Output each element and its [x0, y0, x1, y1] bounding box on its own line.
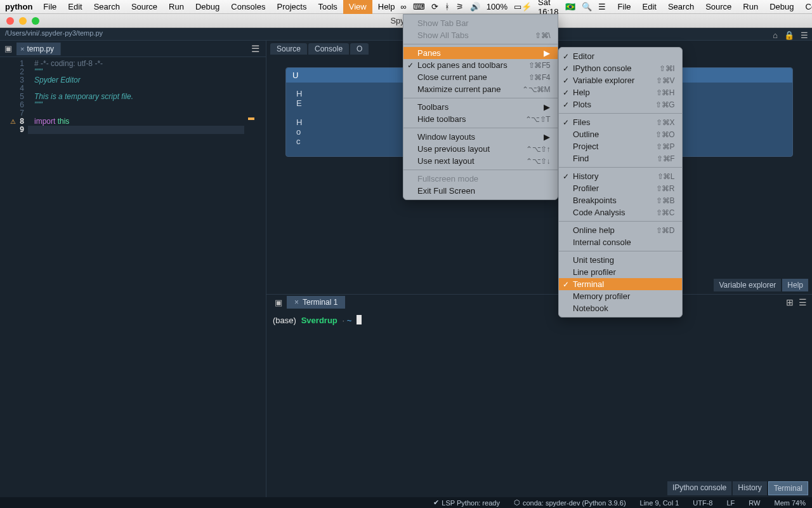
app-name[interactable]: python [0, 2, 37, 11]
menu-item-hide-toolbars[interactable]: Hide toolbars⌃⌥⇧T [403, 113, 558, 125]
tab-ipython[interactable]: IPython console [667, 481, 731, 495]
marker-icon [248, 117, 254, 120]
control-center-icon[interactable]: ☰ [598, 2, 606, 11]
menu-item-plots[interactable]: ✓Plots⇧⌘G [559, 98, 682, 110]
editor-options-icon[interactable]: ☰ [245, 43, 266, 55]
menu-item-project[interactable]: Project⇧⌘P [559, 140, 682, 152]
menu-source[interactable]: Source [126, 0, 163, 14]
tab-console[interactable]: Console [308, 43, 349, 55]
menu-item-line-profiler[interactable]: Line profiler [559, 266, 682, 278]
menu-item-close-current-pane[interactable]: Close current pane⇧⌘F4 [403, 71, 558, 83]
wifi-icon[interactable]: ⚞ [456, 2, 464, 11]
menu-item-internal-console[interactable]: Internal console [559, 236, 682, 248]
menu-item-show-all-tabs: Show All Tabs⇧⌘\ [403, 29, 558, 41]
menu-item-terminal[interactable]: ✓Terminal [559, 278, 682, 290]
tab-terminal[interactable]: Terminal [768, 481, 808, 495]
editor-tab[interactable]: × temp.py [16, 43, 61, 55]
menu-item-unit-testing[interactable]: Unit testing [559, 254, 682, 266]
status-rw: RW [749, 499, 760, 507]
menu-file[interactable]: File [37, 0, 62, 14]
keyboard-icon[interactable]: ⌨ [413, 2, 425, 11]
code-area[interactable]: # -*- coding: utf-8 -*- """ Spyder Edito… [28, 57, 266, 497]
zoom-window-icon[interactable] [32, 17, 39, 25]
menu-edit[interactable]: Edit [637, 0, 662, 14]
menu-item-help[interactable]: ✓Help⇧⌘H [559, 86, 682, 98]
menu-file[interactable]: File [612, 0, 637, 14]
terminal-options-icon[interactable]: ☰ [799, 297, 807, 307]
warning-icon[interactable]: ⚠ [10, 117, 16, 126]
menu-item-panes[interactable]: Panes▶ [403, 47, 558, 59]
close-tab-icon[interactable]: × [20, 45, 24, 53]
menu-item-ipython-console[interactable]: ✓IPython console⇧⌘I [559, 62, 682, 74]
close-window-icon[interactable] [6, 17, 14, 25]
status-position: Line 9, Col 1 [640, 499, 679, 507]
tab-help[interactable]: Help [782, 279, 808, 291]
menu-help[interactable]: Help [372, 0, 401, 14]
menu-item-breakpoints[interactable]: Breakpoints⇧⌘B [559, 194, 682, 206]
menu-consoles[interactable]: Consoles [225, 0, 271, 14]
menu-item-variable-explorer[interactable]: ✓Variable explorer⇧⌘V [559, 74, 682, 86]
menu-item-profiler[interactable]: Profiler⇧⌘R [559, 182, 682, 194]
editor-tab-row: ▣ × temp.py ☰ [0, 41, 266, 57]
file-browser-icon[interactable]: ▣ [0, 44, 16, 53]
close-terminal-icon[interactable]: × [294, 298, 299, 307]
menu-item-window-layouts[interactable]: Window layouts▶ [403, 131, 558, 143]
traffic-lights[interactable] [0, 17, 39, 25]
tab-variable-explorer[interactable]: Variable explorer [714, 279, 781, 291]
tab-history[interactable]: History [733, 481, 766, 495]
flag-icon[interactable]: 🇧🇷 [565, 2, 575, 11]
infinity-icon[interactable]: ∞ [401, 2, 407, 11]
volume-icon[interactable]: 🔊 [470, 2, 480, 11]
tab-object[interactable]: O [350, 43, 369, 55]
menu-edit[interactable]: Edit [62, 0, 88, 14]
home-icon[interactable]: ⌂ [773, 30, 778, 40]
menu-item-lock-panes-and-toolbars[interactable]: ✓Lock panes and toolbars⇧⌘F5 [403, 59, 558, 71]
panes-submenu-dropdown: ✓Editor✓IPython console⇧⌘I✓Variable expl… [558, 47, 683, 318]
terminal-browse-icon[interactable]: ▣ [270, 298, 287, 307]
status-eol: LF [726, 499, 735, 507]
terminal-tab[interactable]: × Terminal 1 [287, 296, 345, 309]
menu-item-toolbars[interactable]: Toolbars▶ [403, 101, 558, 113]
menu-item-exit-full-screen[interactable]: Exit Full Screen [403, 185, 558, 197]
menu-tools[interactable]: Tools [312, 0, 343, 14]
clock-icon[interactable]: ⟳ [431, 2, 438, 11]
menu-item-maximize-current-pane[interactable]: Maximize current pane⌃⌥⌘M [403, 83, 558, 95]
status-lsp[interactable]: ✔ LSP Python: ready [433, 498, 500, 507]
menu-consoles[interactable]: Consoles [800, 0, 813, 14]
status-mem: Mem 74% [774, 499, 806, 507]
hamburger-icon[interactable]: ☰ [801, 30, 808, 40]
spotlight-icon[interactable]: 🔍 [582, 2, 592, 11]
menu-run[interactable]: Run [737, 0, 764, 14]
menu-item-find[interactable]: Find⇧⌘F [559, 152, 682, 164]
menu-source[interactable]: Source [700, 0, 737, 14]
macos-menubar: python FileEditSearchSourceRunDebugConso… [0, 0, 812, 14]
battery-icon[interactable]: ▭⚡ [514, 2, 532, 11]
menu-item-use-previous-layout[interactable]: Use previous layout⌃⌥⇧↑ [403, 143, 558, 155]
menu-run[interactable]: Run [163, 0, 190, 14]
menu-item-notebook[interactable]: Notebook [559, 302, 682, 314]
menu-item-history[interactable]: ✓History⇧⌘L [559, 170, 682, 182]
menu-item-code-analysis[interactable]: Code Analysis⇧⌘C [559, 206, 682, 218]
minimize-window-icon[interactable] [19, 17, 27, 25]
tab-source[interactable]: Source [270, 43, 307, 55]
menu-item-outline[interactable]: Outline⇧⌘O [559, 128, 682, 140]
lock-icon[interactable]: 🔒 [784, 30, 794, 40]
menu-view[interactable]: View [343, 0, 372, 14]
menu-item-editor[interactable]: ✓Editor [559, 50, 682, 62]
statusbar: ✔ LSP Python: ready ⬡ conda: spyder-dev … [0, 497, 812, 508]
menu-search[interactable]: Search [662, 0, 700, 14]
menu-item-memory-profiler[interactable]: Memory profiler [559, 290, 682, 302]
editor-body[interactable]: 123456789 # -*- coding: utf-8 -*- """ Sp… [0, 57, 266, 497]
terminal-body[interactable]: (base) Sverdrup · ~ [266, 310, 812, 497]
menu-item-files[interactable]: ✓Files⇧⌘X [559, 116, 682, 128]
status-conda[interactable]: ⬡ conda: spyder-dev (Python 3.9.6) [514, 498, 626, 507]
menu-projects[interactable]: Projects [271, 0, 312, 14]
bluetooth-icon[interactable]: ᚼ [445, 2, 450, 11]
menu-item-use-next-layout[interactable]: Use next layout⌃⌥⇧↓ [403, 155, 558, 167]
menu-debug[interactable]: Debug [190, 0, 225, 14]
new-terminal-icon[interactable]: ⊞ [786, 297, 794, 307]
menu-search[interactable]: Search [88, 0, 126, 14]
editor-pane: ▣ × temp.py ☰ 123456789 # -*- coding: ut… [0, 41, 266, 497]
menu-debug[interactable]: Debug [764, 0, 799, 14]
menu-item-online-help[interactable]: Online help⇧⌘D [559, 224, 682, 236]
